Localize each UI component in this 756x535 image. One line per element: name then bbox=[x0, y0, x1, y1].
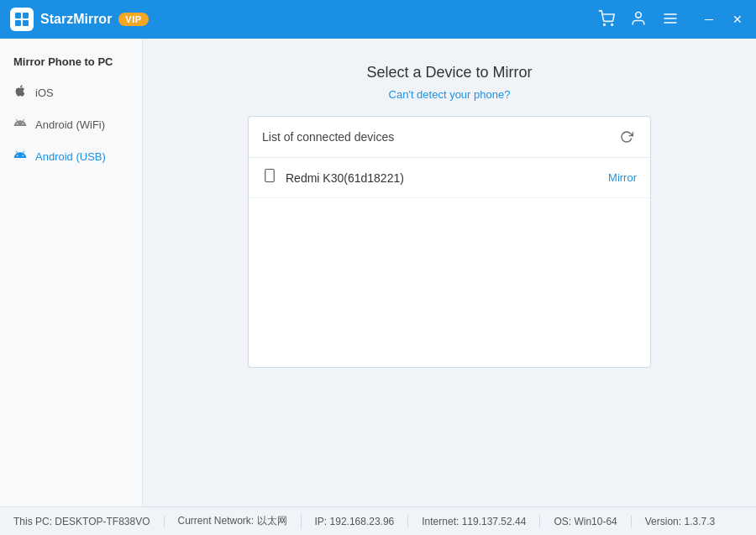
device-list-title: List of connected devices bbox=[262, 130, 394, 144]
minimize-button[interactable]: ─ bbox=[701, 13, 717, 26]
app-logo: StarzMirror VIP bbox=[10, 8, 149, 31]
menu-icon[interactable] bbox=[662, 10, 679, 29]
user-icon[interactable] bbox=[630, 10, 647, 29]
svg-rect-3 bbox=[23, 20, 29, 26]
sidebar-item-android-wifi-label: Android (WiFi) bbox=[35, 118, 105, 131]
window-controls: ─ ✕ bbox=[701, 13, 746, 26]
content-area: Select a Device to Mirror Can't detect y… bbox=[143, 39, 756, 506]
svg-point-4 bbox=[604, 24, 606, 25]
status-os: OS: Win10-64 bbox=[540, 516, 631, 527]
android-usb-icon bbox=[13, 148, 27, 165]
svg-rect-0 bbox=[15, 13, 21, 18]
page-title: Select a Device to Mirror bbox=[366, 64, 532, 81]
device-row: Redmi K30(61d18221) Mirror bbox=[249, 158, 650, 198]
svg-rect-10 bbox=[265, 170, 275, 182]
main-layout: Mirror Phone to PC iOS Android (WiFi) bbox=[0, 39, 756, 506]
detect-link[interactable]: Can't detect your phone? bbox=[389, 88, 511, 101]
cart-icon[interactable] bbox=[598, 10, 615, 29]
status-pc: This PC: DESKTOP-TF838VO bbox=[13, 516, 165, 527]
titlebar: StarzMirror VIP ─ ✕ bbox=[0, 0, 756, 39]
refresh-button[interactable] bbox=[617, 127, 637, 147]
status-ip: IP: 192.168.23.96 bbox=[302, 516, 409, 527]
svg-rect-2 bbox=[15, 20, 21, 26]
statusbar: This PC: DESKTOP-TF838VO Current Network… bbox=[0, 506, 756, 535]
sidebar: Mirror Phone to PC iOS Android (WiFi) bbox=[0, 39, 143, 506]
sidebar-item-android-usb-label: Android (USB) bbox=[35, 150, 106, 163]
svg-point-6 bbox=[636, 12, 642, 18]
ios-icon bbox=[13, 84, 27, 101]
sidebar-item-ios-label: iOS bbox=[35, 87, 54, 99]
mirror-button[interactable]: Mirror bbox=[608, 171, 637, 184]
status-network: Current Network: 以太网 bbox=[165, 514, 302, 528]
sidebar-section-title: Mirror Phone to PC bbox=[0, 49, 142, 76]
device-list-header: List of connected devices bbox=[249, 117, 650, 158]
svg-point-5 bbox=[612, 24, 613, 25]
sidebar-item-android-wifi[interactable]: Android (WiFi) bbox=[0, 108, 142, 140]
device-phone-icon bbox=[262, 168, 277, 187]
sidebar-item-ios[interactable]: iOS bbox=[0, 76, 142, 108]
status-version: Version: 1.3.7.3 bbox=[632, 516, 728, 527]
logo-icon bbox=[10, 8, 34, 31]
close-button[interactable]: ✕ bbox=[729, 13, 746, 26]
titlebar-actions: ─ ✕ bbox=[598, 10, 746, 29]
svg-rect-1 bbox=[23, 13, 29, 18]
device-list-box: List of connected devices Redmi K30(61d1… bbox=[248, 116, 651, 368]
device-name: Redmi K30(61d18221) bbox=[286, 171, 608, 185]
vip-badge: VIP bbox=[118, 13, 148, 26]
app-name: StarzMirror bbox=[40, 12, 112, 27]
sidebar-item-android-usb[interactable]: Android (USB) bbox=[0, 140, 142, 172]
android-wifi-icon bbox=[13, 116, 27, 133]
status-internet: Internet: 119.137.52.44 bbox=[408, 516, 540, 527]
